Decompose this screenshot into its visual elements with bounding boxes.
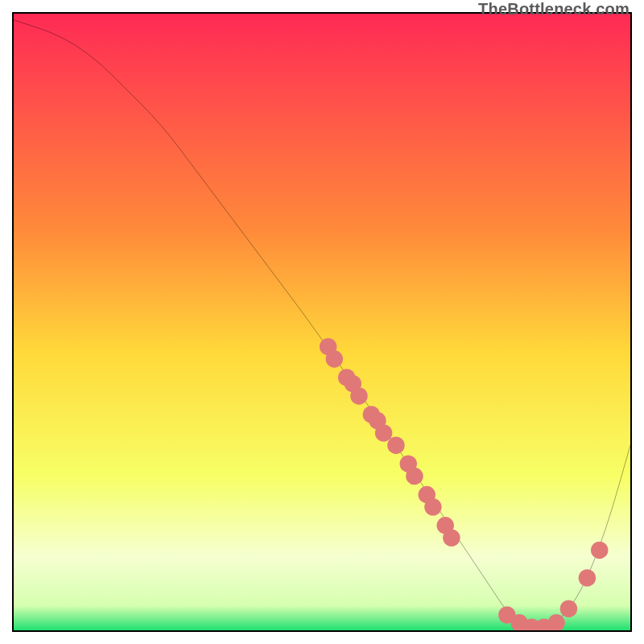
curve-marker bbox=[424, 498, 441, 515]
curve-marker bbox=[579, 569, 596, 586]
curve-marker bbox=[387, 436, 404, 453]
curve-marker bbox=[375, 424, 392, 441]
watermark-text: TheBottleneck.com bbox=[478, 0, 630, 19]
curve-marker bbox=[443, 529, 460, 546]
gradient-background bbox=[14, 14, 630, 630]
chart-stage: TheBottleneck.com bbox=[0, 0, 644, 644]
curve-marker bbox=[326, 350, 343, 367]
curve-marker bbox=[350, 387, 367, 404]
curve-marker bbox=[560, 600, 577, 617]
plot-area bbox=[12, 12, 632, 632]
curve-marker bbox=[406, 468, 423, 485]
curve-marker bbox=[591, 542, 608, 559]
chart-svg bbox=[14, 14, 630, 630]
